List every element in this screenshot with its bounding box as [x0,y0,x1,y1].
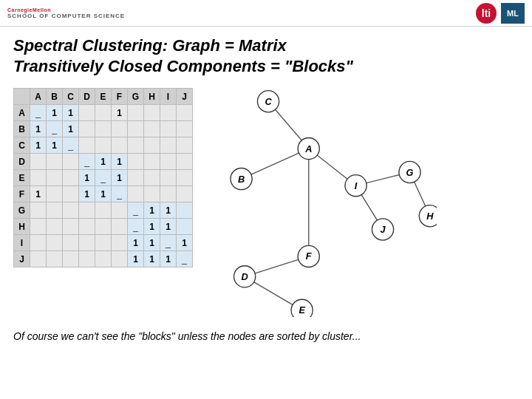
matrix-cell-A-H [144,105,160,121]
matrix-cell-F-C [63,186,79,202]
svg-text:A: A [304,143,312,154]
svg-text:H: H [426,211,434,222]
matrix-cell-F-E: 1 [95,186,112,202]
graph-node-A: A [298,137,319,159]
matrix-col-header-B: B [47,89,63,105]
matrix-row: D_11 [14,154,193,170]
matrix-cell-B-G [128,121,144,137]
matrix-cell-H-B [47,219,63,235]
header: CarnegieMellon SCHOOL OF COMPUTER SCIENC… [0,0,532,27]
matrix-cell-B-I [160,121,177,137]
matrix-cell-D-D: _ [79,154,95,170]
matrix-cell-I-F [112,235,128,251]
matrix-cell-B-F [112,121,128,137]
matrix-cell-I-A [30,235,47,251]
main-content: Spectral Clustering: Graph = Matrix Tran… [0,27,532,351]
matrix-cell-A-D [79,105,95,121]
matrix-cell-E-I [160,170,177,186]
header-right: lti ML [476,3,525,24]
matrix-cell-H-I: 1 [160,219,177,235]
matrix-row-label-E: E [14,170,30,186]
lti-logo: lti [476,3,497,24]
graph-container: CABIGHJFDE [208,88,519,320]
matrix-row-label-H: H [14,219,30,235]
matrix-cell-D-I [160,154,177,170]
matrix-col-header-J: J [177,89,193,105]
matrix-row: E1_1 [14,170,193,186]
content-area: ABCDEFGHIJA_111B1_1C11_D_11E1_1F111_G_11… [13,88,519,320]
matrix-row-label-F: F [14,186,30,202]
matrix-cell-I-C [63,235,79,251]
matrix-cell-I-G: 1 [128,235,144,251]
matrix-row: G_11 [14,202,193,219]
matrix-cell-D-H [144,154,160,170]
matrix-cell-H-A [30,219,47,235]
matrix-cell-I-E [95,235,112,251]
matrix-container: ABCDEFGHIJA_111B1_1C11_D_11E1_1F111_G_11… [13,88,193,267]
matrix-cell-F-B [47,186,63,202]
matrix-cell-B-B: _ [47,121,63,137]
matrix-cell-D-G [128,154,144,170]
matrix-cell-J-A [30,251,47,267]
matrix-cell-I-I: _ [160,235,177,251]
school-name: SCHOOL OF COMPUTER SCIENCE [7,13,125,19]
matrix-cell-B-C: 1 [63,121,79,137]
matrix-row-label-I: I [14,235,30,251]
matrix-cell-A-A: _ [30,105,47,121]
matrix-cell-J-I: 1 [160,251,177,267]
graph-node-C: C [257,91,279,112]
matrix-cell-F-F: _ [112,186,128,202]
matrix-cell-A-E [95,105,112,121]
matrix-cell-C-E [95,137,112,154]
ml-logo: ML [501,3,525,24]
matrix-cell-H-E [95,219,112,235]
matrix-cell-I-H: 1 [144,235,160,251]
graph-node-F: F [298,245,319,267]
title-line1: Spectral Clustering: Graph = Matrix [13,36,287,55]
matrix-cell-B-H [144,121,160,137]
matrix-cell-C-B: 1 [47,137,63,154]
matrix-cell-H-D [79,219,95,235]
matrix-cell-C-C: _ [63,137,79,154]
graph-node-H: H [419,205,437,227]
svg-text:C: C [265,96,272,107]
matrix-cell-C-J [177,137,193,154]
matrix-cell-A-F: 1 [112,105,128,121]
svg-text:G: G [406,167,414,178]
matrix-col-header-I: I [160,89,177,105]
matrix-row: J111_ [14,251,193,267]
matrix-cell-D-C [63,154,79,170]
matrix-cell-C-H [144,137,160,154]
matrix-row: B1_1 [14,121,193,137]
title-line2: Transitively Closed Components = "Blocks… [13,57,353,75]
matrix-cell-C-D [79,137,95,154]
matrix-cell-D-A [30,154,47,170]
matrix-row: I11_1 [14,235,193,251]
matrix-cell-F-I [160,186,177,202]
matrix-cell-D-J [177,154,193,170]
matrix-cell-J-E [95,251,112,267]
matrix-cell-B-J [177,121,193,137]
matrix-cell-G-J [177,202,193,219]
matrix-cell-B-A: 1 [30,121,47,137]
matrix-cell-F-D: 1 [79,186,95,202]
matrix-col-header-F: F [112,89,128,105]
svg-text:I: I [355,180,358,191]
matrix-cell-B-D [79,121,95,137]
matrix-cell-H-H: 1 [144,219,160,235]
cmu-logo: CarnegieMellon [7,7,125,13]
matrix-cell-F-G [128,186,144,202]
matrix-row-label-D: D [14,154,30,170]
adjacency-matrix: ABCDEFGHIJA_111B1_1C11_D_11E1_1F111_G_11… [13,88,193,267]
graph-node-E: E [291,299,313,317]
graph-node-I: I [345,175,366,197]
matrix-row-label-G: G [14,202,30,219]
matrix-cell-J-F [112,251,128,267]
matrix-col-header-A: A [30,89,47,105]
matrix-cell-F-H [144,186,160,202]
matrix-row: F111_ [14,186,193,202]
matrix-cell-C-F [112,137,128,154]
matrix-cell-D-B [47,154,63,170]
matrix-cell-F-J [177,186,193,202]
matrix-row-label-A: A [14,105,30,121]
